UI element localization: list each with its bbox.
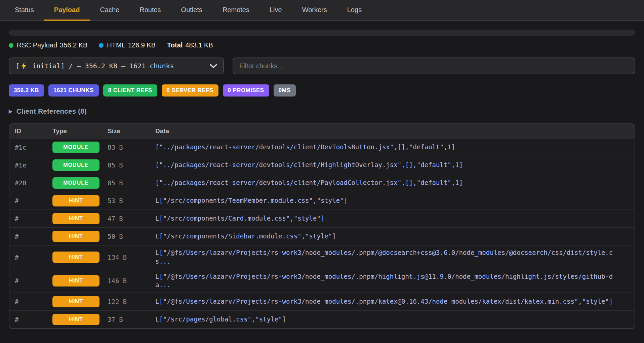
legend-total: Total 483.1 KB <box>167 41 213 49</box>
ref-id: # <box>15 316 52 323</box>
lightning-bolt-icon <box>21 62 27 70</box>
table-row[interactable]: #1e MODULE 85 B ["../packages/react-serv… <box>9 156 635 174</box>
type-badge: HINT <box>52 195 99 206</box>
table-row[interactable]: # HINT 50 B L["/src/components/Sidebar.m… <box>9 227 635 245</box>
type-badge: MODULE <box>52 177 99 189</box>
ref-size: 47 B <box>108 215 155 222</box>
type-badge: HINT <box>52 231 99 242</box>
type-cell: HINT <box>52 195 108 206</box>
ref-size: 85 B <box>108 161 155 169</box>
stat-chip: 8 CLIENT REFS <box>103 84 157 97</box>
tab[interactable]: Status <box>5 0 44 21</box>
stat-chip: 0 SERVER REFS <box>162 84 218 97</box>
type-badge: MODULE <box>52 159 99 171</box>
table-row[interactable]: # HINT 47 B L["/src/components/Card.modu… <box>9 209 635 227</box>
ref-id: #1e <box>15 161 52 169</box>
table-row[interactable]: #1c MODULE 83 B ["../packages/react-serv… <box>9 138 635 156</box>
chevron-down-icon <box>210 64 217 68</box>
table-row[interactable]: # HINT 146 B L["/@fs/Users/lazarv/Projec… <box>9 269 635 293</box>
stat-chip: 0MS <box>274 84 296 97</box>
chunk-select-value: [ initial] / — 356.2 KB — 1621 chunks <box>15 62 174 70</box>
ref-data: L["/@fs/Users/lazarv/Projects/rs-work3/n… <box>155 249 629 266</box>
ref-id: # <box>15 233 52 240</box>
ref-data: ["../packages/react-server/devtools/clie… <box>155 179 629 187</box>
ref-size: 134 B <box>108 254 155 261</box>
filter-chunks-input[interactable] <box>233 58 635 74</box>
html-segment <box>471 30 635 36</box>
tab-bar: StatusPayloadCacheRoutesOutletsRemotesLi… <box>0 0 644 21</box>
ref-size: 53 B <box>108 197 155 204</box>
type-cell: HINT <box>52 252 108 263</box>
ref-id: # <box>15 298 52 305</box>
type-cell: HINT <box>52 314 108 325</box>
tab[interactable]: Routes <box>129 0 171 21</box>
table-body: #1c MODULE 83 B ["../packages/react-serv… <box>9 138 635 328</box>
tab[interactable]: Cache <box>90 0 129 21</box>
client-references-toggle[interactable]: ▶ Client References (8) <box>9 107 635 115</box>
type-cell: HINT <box>52 231 108 242</box>
type-cell: HINT <box>52 296 108 307</box>
ref-data: L["/src/components/TeamMember.module.css… <box>155 196 629 205</box>
ref-id: # <box>15 254 52 261</box>
table-row[interactable]: # HINT 122 B L["/@fs/Users/lazarv/Projec… <box>9 293 635 310</box>
tab[interactable]: Payload <box>44 0 90 21</box>
tab[interactable]: Live <box>259 0 292 21</box>
html-dot-icon <box>99 43 104 48</box>
type-badge: HINT <box>52 252 99 263</box>
ref-data: L["/@fs/Users/lazarv/Projects/rs-work3/n… <box>155 272 629 290</box>
collapse-triangle-icon: ▶ <box>9 109 12 114</box>
ref-size: 146 B <box>108 277 155 284</box>
legend-total-label: Total <box>167 41 183 49</box>
column-header-id: ID <box>15 127 52 135</box>
stat-chips: 356.2 KB1621 CHUNKS8 CLIENT REFS0 SERVER… <box>9 84 635 97</box>
ref-size: 50 B <box>108 233 155 240</box>
ref-data: ["../packages/react-server/devtools/clie… <box>155 143 629 152</box>
rsc-dot-icon <box>9 43 13 48</box>
column-header-size: Size <box>108 127 155 135</box>
legend-html-label: HTML <box>107 41 125 49</box>
legend-rsc: RSC Payload 356.2 KB <box>9 41 87 49</box>
section-title: Client References (8) <box>16 107 87 115</box>
type-badge: MODULE <box>52 142 99 153</box>
type-cell: MODULE <box>52 177 108 189</box>
tab[interactable]: Workers <box>292 0 337 21</box>
stat-chip: 1621 CHUNKS <box>48 84 99 97</box>
legend-rsc-value: 356.2 KB <box>60 41 87 49</box>
table-header-row: ID Type Size Data <box>9 124 635 138</box>
tab[interactable]: Outlets <box>171 0 212 21</box>
legend-rsc-label: RSC Payload <box>17 41 57 49</box>
ref-data: L["/src/components/Sidebar.module.css","… <box>155 232 629 241</box>
type-badge: HINT <box>52 314 99 325</box>
table-row[interactable]: # HINT 134 B L["/@fs/Users/lazarv/Projec… <box>9 245 635 269</box>
toolbar: [ initial] / — 356.2 KB — 1621 chunks <box>9 58 635 74</box>
ref-id: # <box>15 197 52 204</box>
type-badge: HINT <box>52 213 99 224</box>
table-row[interactable]: #20 MODULE 85 B ["../packages/react-serv… <box>9 174 635 192</box>
tab[interactable]: Logs <box>337 0 372 21</box>
ref-data: ["../packages/react-server/devtools/clie… <box>155 161 629 169</box>
type-cell: HINT <box>52 275 108 287</box>
ref-size: 85 B <box>108 179 155 187</box>
legend-total-value: 483.1 KB <box>185 41 213 49</box>
type-badge: HINT <box>52 275 99 287</box>
table-row[interactable]: # HINT 37 B L["/src/pages/global.css","s… <box>9 310 635 328</box>
client-references-table: ID Type Size Data #1c MODULE 83 B ["../p… <box>9 123 635 329</box>
chunk-select[interactable]: [ initial] / — 356.2 KB — 1621 chunks <box>9 58 224 74</box>
type-badge: HINT <box>52 296 99 307</box>
ref-data: L["/src/components/Card.module.css","sty… <box>155 214 629 223</box>
ref-size: 122 B <box>108 298 155 305</box>
payload-size-bar <box>9 30 635 36</box>
column-header-data: Data <box>155 127 629 135</box>
ref-size: 83 B <box>108 144 155 151</box>
ref-size: 37 B <box>108 316 155 323</box>
table-row[interactable]: # HINT 53 B L["/src/components/TeamMembe… <box>9 192 635 209</box>
chunk-select-text: initial] / — 356.2 KB — 1621 chunks <box>28 62 174 70</box>
ref-id: # <box>15 277 52 284</box>
payload-panel: RSC Payload 356.2 KB HTML 126.9 KB Total… <box>0 30 644 329</box>
ref-id: # <box>15 215 52 222</box>
tab[interactable]: Remotes <box>212 0 259 21</box>
type-cell: MODULE <box>52 142 108 153</box>
column-header-type: Type <box>52 127 108 135</box>
chunk-select-prefix: [ <box>15 62 19 70</box>
type-cell: HINT <box>52 213 108 224</box>
